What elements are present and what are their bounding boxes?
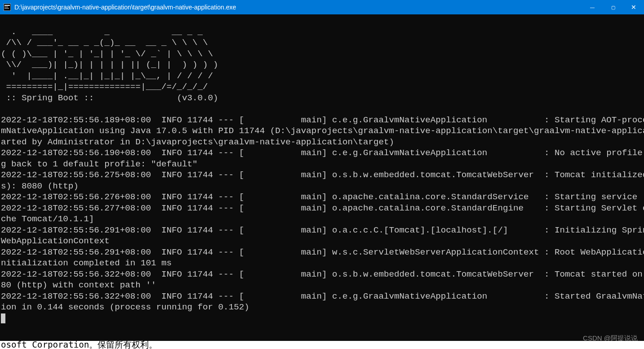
window-controls: — ▢ ✕ — [582, 0, 644, 14]
terminal-area[interactable]: . ____ _ __ _ _ /\\ / ___'_ __ _ _(_)_ _… — [0, 14, 644, 349]
svg-rect-1 — [4, 5, 10, 6]
svg-rect-3 — [4, 8, 9, 9]
maximize-button[interactable]: ▢ — [603, 0, 623, 14]
terminal-cursor — [1, 313, 5, 323]
titlebar-left: D:\javaprojects\graalvm-native-applicati… — [4, 4, 236, 11]
terminal-output: . ____ _ __ _ _ /\\ / ___'_ __ _ _(_)_ _… — [0, 14, 644, 324]
svg-rect-2 — [4, 7, 8, 7]
window-titlebar: D:\javaprojects\graalvm-native-applicati… — [0, 0, 644, 14]
close-button[interactable]: ✕ — [623, 0, 644, 14]
app-icon — [4, 4, 11, 11]
minimize-button[interactable]: — — [582, 0, 603, 14]
background-window-strip: osoft Corporation。保留所有权利。 — [0, 341, 644, 349]
window-title: D:\javaprojects\graalvm-native-applicati… — [14, 4, 236, 11]
